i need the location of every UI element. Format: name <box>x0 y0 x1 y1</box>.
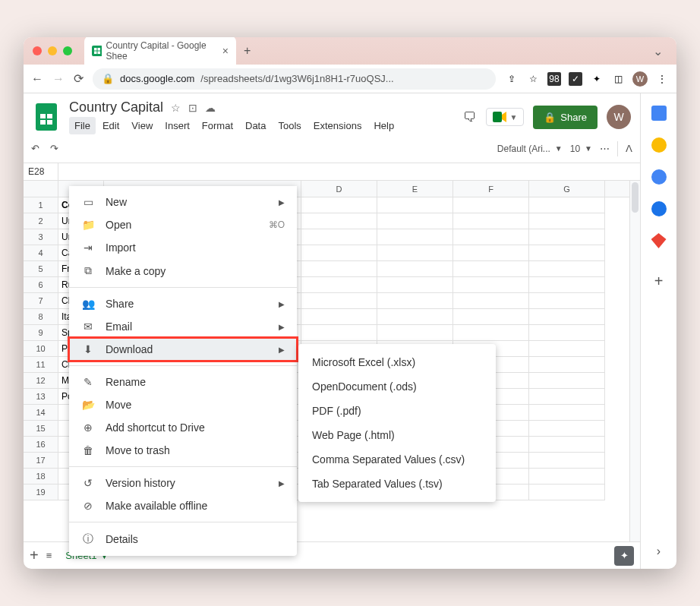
new-tab-button[interactable]: + <box>244 44 251 58</box>
menu-item-add-shortcut[interactable]: ⊕Add shortcut to Drive <box>69 416 297 439</box>
cell[interactable] <box>529 484 605 500</box>
cell[interactable] <box>529 309 605 325</box>
download-format-item[interactable]: OpenDocument (.ods) <box>298 374 496 399</box>
maximize-window-button[interactable] <box>63 46 72 55</box>
menu-item-copy[interactable]: ⧉Make a copy <box>69 259 297 282</box>
cell[interactable] <box>529 293 605 309</box>
download-format-item[interactable]: Comma Separated Values (.csv) <box>298 447 496 472</box>
row-header[interactable]: 2 <box>24 213 58 229</box>
column-header[interactable]: F <box>453 181 529 197</box>
close-window-button[interactable] <box>33 46 42 55</box>
cell[interactable] <box>529 373 605 389</box>
maps-icon[interactable] <box>651 233 667 248</box>
row-header[interactable]: 7 <box>24 293 58 309</box>
cell[interactable] <box>453 197 529 213</box>
cell[interactable] <box>453 213 529 229</box>
row-header[interactable]: 18 <box>24 469 58 484</box>
cell[interactable] <box>377 245 453 261</box>
cell[interactable] <box>453 277 529 293</box>
menu-item-share[interactable]: 👥Share▶ <box>69 292 297 315</box>
cell[interactable] <box>453 245 529 261</box>
font-selector[interactable]: Default (Ari... ▼ <box>497 144 563 154</box>
download-format-item[interactable]: Tab Separated Values (.tsv) <box>298 472 496 496</box>
cell[interactable] <box>529 197 605 213</box>
comments-icon[interactable]: 🗨 <box>463 109 477 125</box>
cell[interactable] <box>453 309 529 325</box>
more-toolbar-icon[interactable]: ⋯ <box>600 143 610 154</box>
menu-tools[interactable]: Tools <box>273 117 306 134</box>
cell[interactable] <box>529 341 605 357</box>
download-format-item[interactable]: PDF (.pdf) <box>298 399 496 423</box>
bookmark-icon[interactable]: ☆ <box>526 72 540 86</box>
menu-format[interactable]: Format <box>197 117 238 134</box>
menu-extensions[interactable]: Extensions <box>308 117 367 134</box>
download-format-item[interactable]: Microsoft Excel (.xlsx) <box>298 350 496 374</box>
cell[interactable] <box>529 405 605 421</box>
cell[interactable] <box>529 389 605 405</box>
cloud-status-icon[interactable]: ☁ <box>205 102 216 114</box>
cell[interactable] <box>529 245 605 261</box>
cell[interactable] <box>529 357 605 373</box>
cell[interactable] <box>529 229 605 245</box>
select-all-corner[interactable] <box>24 181 58 197</box>
row-header[interactable]: 15 <box>24 421 58 437</box>
cell[interactable] <box>529 261 605 277</box>
menu-item-rename[interactable]: ✎Rename <box>69 371 297 393</box>
row-header[interactable]: 12 <box>24 373 58 389</box>
menu-insert[interactable]: Insert <box>159 117 195 134</box>
menu-help[interactable]: Help <box>368 117 399 134</box>
extension-icon[interactable]: 98 <box>547 72 561 86</box>
menu-item-details[interactable]: ⓘDetails <box>69 527 297 551</box>
star-icon[interactable]: ☆ <box>171 102 181 114</box>
cell[interactable] <box>301 245 377 261</box>
move-folder-icon[interactable]: ⊡ <box>188 102 197 114</box>
column-header[interactable]: D <box>301 181 377 197</box>
row-header[interactable]: 5 <box>24 261 58 277</box>
menu-dots-icon[interactable]: ⋮ <box>655 72 669 86</box>
cell[interactable] <box>529 437 605 453</box>
cell[interactable] <box>301 261 377 277</box>
menu-edit[interactable]: Edit <box>97 117 125 134</box>
menu-item-offline[interactable]: ⊘Make available offline <box>69 494 297 517</box>
document-title[interactable]: Country Capital <box>69 99 163 115</box>
cell[interactable] <box>301 309 377 325</box>
close-tab-icon[interactable]: × <box>222 45 229 57</box>
share-page-icon[interactable]: ⇪ <box>505 72 519 86</box>
collapse-panel-icon[interactable]: › <box>657 544 661 558</box>
menu-item-move[interactable]: 📂Move <box>69 393 297 416</box>
menu-item-download[interactable]: ⬇Download▶ <box>69 338 297 361</box>
cell[interactable] <box>377 229 453 245</box>
menu-item-trash[interactable]: 🗑Move to trash <box>69 439 297 462</box>
row-header[interactable]: 13 <box>24 389 58 405</box>
cell[interactable] <box>377 277 453 293</box>
cell[interactable] <box>529 453 605 469</box>
cell[interactable] <box>301 229 377 245</box>
extensions-puzzle-icon[interactable]: ✦ <box>590 72 604 86</box>
cell[interactable] <box>453 261 529 277</box>
row-header[interactable]: 3 <box>24 229 58 245</box>
tabs-chevron-icon[interactable]: ⌄ <box>653 44 663 58</box>
menu-item-import[interactable]: ⇥Import <box>69 236 297 259</box>
column-header[interactable]: E <box>377 181 453 197</box>
menu-item-email[interactable]: ✉Email▶ <box>69 315 297 338</box>
row-header[interactable]: 8 <box>24 309 58 325</box>
extension-icon[interactable]: ✓ <box>569 72 582 86</box>
menu-file[interactable]: File <box>69 117 96 134</box>
row-header[interactable]: 17 <box>24 453 58 469</box>
browser-tab[interactable]: Country Capital - Google Shee × <box>84 37 236 66</box>
cell[interactable] <box>301 197 377 213</box>
cell[interactable] <box>529 469 605 484</box>
minimize-window-button[interactable] <box>48 46 57 55</box>
cell[interactable] <box>301 213 377 229</box>
collapse-toolbar-icon[interactable]: ᐱ <box>626 143 632 154</box>
cell[interactable] <box>453 325 529 341</box>
cell[interactable] <box>377 325 453 341</box>
cell[interactable] <box>301 293 377 309</box>
row-header[interactable]: 14 <box>24 405 58 421</box>
vertical-scrollbar[interactable] <box>629 181 640 541</box>
font-size-selector[interactable]: 10 ▼ <box>570 144 592 154</box>
row-header[interactable]: 6 <box>24 277 58 293</box>
menu-data[interactable]: Data <box>240 117 271 134</box>
redo-button[interactable]: ↷ <box>50 143 58 154</box>
share-button[interactable]: 🔒 Share <box>533 106 598 129</box>
